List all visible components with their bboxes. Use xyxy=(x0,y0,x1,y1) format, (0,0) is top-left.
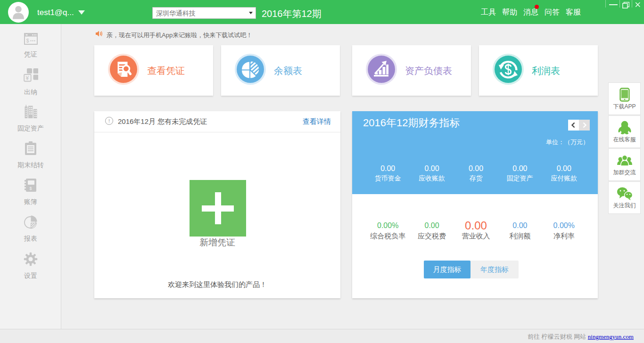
svg-text:¥: ¥ xyxy=(25,75,29,82)
svg-text:$: $ xyxy=(26,38,29,43)
svg-text:$: $ xyxy=(30,186,32,191)
